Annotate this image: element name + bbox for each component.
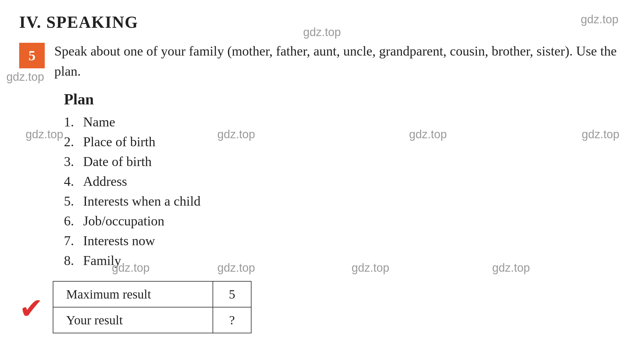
task-number-badge: 5 (19, 43, 45, 68)
watermark-top-center: gdz.top (303, 26, 341, 39)
watermark-body-left: gdz.top (6, 70, 44, 84)
list-item: 3. Date of birth (64, 154, 625, 169)
plan-title: Plan (64, 90, 625, 108)
table-row: Maximum result 5 (53, 281, 251, 307)
list-item: 5. Interests when a child (64, 193, 625, 209)
watermark-bot-extra: gdz.top (112, 261, 150, 275)
watermark-bot1: gdz.top (217, 261, 255, 275)
task-row: 5 Speak about one of your family (mother… (19, 41, 625, 81)
watermark-bot3: gdz.top (492, 261, 530, 275)
watermark-mid-left: gdz.top (26, 128, 63, 141)
your-result-label: Your result (53, 307, 213, 333)
watermark-mid-center1: gdz.top (217, 128, 255, 141)
max-result-value: 5 (213, 281, 251, 307)
list-item: 4. Address (64, 174, 625, 189)
result-section: ✔ Maximum result 5 Your result ? (19, 281, 625, 333)
watermark-mid-right: gdz.top (582, 128, 619, 141)
watermark-mid-center2: gdz.top (409, 128, 447, 141)
list-item: 7. Interests now (64, 233, 625, 248)
watermark-bot2: gdz.top (352, 261, 389, 275)
watermark-top-right: gdz.top (581, 13, 618, 26)
result-table: Maximum result 5 Your result ? (53, 281, 252, 333)
max-result-label: Maximum result (53, 281, 213, 307)
list-item: 6. Job/occupation (64, 213, 625, 229)
plan-section: Plan 1. Name 2. Place of birth 3. Date o… (64, 90, 625, 268)
list-item: 1. Name (64, 114, 625, 130)
page-container: gdz.top gdz.top gdz.top IV. SPEAKING 5 S… (0, 0, 644, 364)
your-result-value: ? (213, 307, 251, 333)
checkmark-icon: ✔ (19, 294, 43, 323)
task-text: Speak about one of your family (mother, … (54, 41, 625, 81)
plan-list: 1. Name 2. Place of birth 3. Date of bir… (64, 114, 625, 268)
table-row: Your result ? (53, 307, 251, 333)
list-item: 2. Place of birth (64, 134, 625, 149)
